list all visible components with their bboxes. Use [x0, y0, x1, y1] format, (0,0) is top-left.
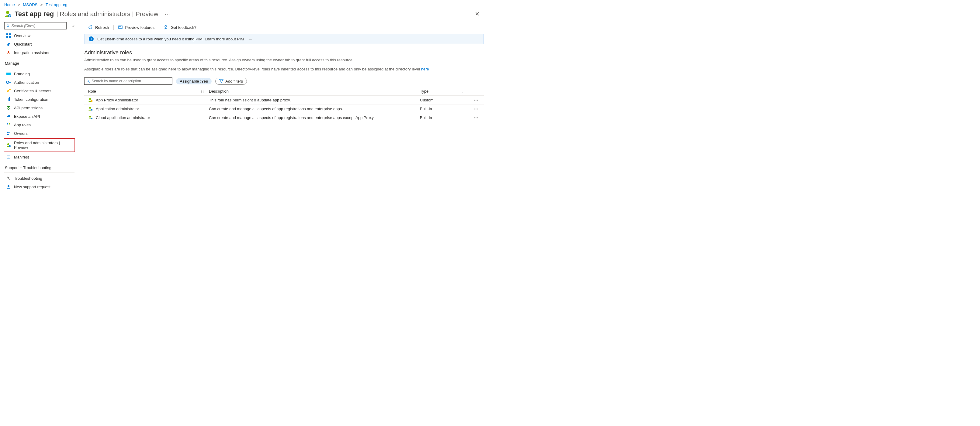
- nav-label: Roles and administrators | Preview: [14, 141, 73, 150]
- sidebar-item-app-roles[interactable]: App roles: [4, 120, 75, 129]
- info-banner[interactable]: i Get just-in-time access to a role when…: [84, 34, 484, 44]
- sidebar-search-input[interactable]: [11, 24, 64, 28]
- nav-label: Manifest: [14, 155, 29, 159]
- chevron-right-icon: >: [40, 2, 43, 7]
- role-search[interactable]: [84, 78, 172, 85]
- toolbar-label: Refresh: [95, 25, 109, 30]
- nav-group-support: Support + Troubleshooting: [4, 161, 75, 171]
- role-type: Built-in: [420, 116, 469, 120]
- nav-label: Integration assistant: [14, 51, 49, 55]
- sort-icon[interactable]: ↑↓: [200, 89, 204, 93]
- nav-label: Quickstart: [14, 42, 32, 46]
- svg-rect-32: [91, 109, 92, 111]
- manifest-icon: [6, 155, 11, 159]
- nav-label: Certificates & secrets: [14, 89, 51, 93]
- breadcrumb-org[interactable]: MSODS: [23, 2, 38, 7]
- chevron-right-icon: >: [18, 2, 20, 7]
- row-actions-icon[interactable]: ⋯: [469, 106, 484, 111]
- table-row[interactable]: Application administrator Can create and…: [84, 105, 484, 113]
- role-icon: [88, 97, 93, 102]
- nav-label: API permissions: [14, 106, 43, 110]
- table-row[interactable]: App Proxy Administrator This role has pe…: [84, 96, 484, 105]
- sidebar-item-manifest[interactable]: Manifest: [4, 153, 75, 161]
- add-filters-button[interactable]: Add filters: [215, 78, 247, 85]
- preview-features-button[interactable]: Preview features: [115, 24, 158, 31]
- branding-icon: [6, 71, 11, 76]
- sort-icon[interactable]: ↑↓: [460, 89, 464, 93]
- nav-label: New support request: [14, 185, 51, 189]
- app-registration-icon: [4, 10, 11, 17]
- collapse-sidebar-icon[interactable]: «: [70, 24, 75, 28]
- app-roles-icon: [6, 122, 11, 127]
- svg-point-29: [89, 98, 91, 100]
- table-row[interactable]: Cloud application administrator Can crea…: [84, 113, 484, 122]
- svg-point-22: [8, 185, 10, 187]
- svg-rect-23: [119, 26, 122, 29]
- sidebar-item-expose-api[interactable]: Expose an API: [4, 112, 75, 120]
- overview-icon: [6, 33, 11, 38]
- role-name[interactable]: App Proxy Administrator: [96, 98, 138, 102]
- svg-rect-6: [6, 36, 8, 38]
- sidebar-item-roles-administrators[interactable]: Roles and administrators | Preview: [4, 138, 75, 152]
- svg-rect-30: [91, 100, 92, 102]
- expose-api-icon: [6, 114, 11, 119]
- filter-icon: [219, 79, 223, 83]
- svg-rect-5: [9, 33, 11, 35]
- svg-point-2: [7, 25, 9, 27]
- column-role[interactable]: Role: [88, 89, 96, 93]
- breadcrumb-app[interactable]: Test app reg: [46, 2, 67, 7]
- sidebar-search[interactable]: [4, 22, 67, 30]
- roles-admin-icon: [6, 143, 11, 147]
- svg-rect-34: [91, 118, 92, 119]
- role-description: Can create and manage all aspects of app…: [209, 116, 420, 120]
- breadcrumb-home[interactable]: Home: [4, 2, 15, 7]
- role-name[interactable]: Cloud application administrator: [96, 116, 150, 120]
- page-subtitle: | Roles and administrators | Preview: [56, 10, 158, 17]
- column-description[interactable]: Description: [209, 89, 229, 93]
- close-icon[interactable]: ✕: [475, 11, 479, 17]
- here-link[interactable]: here: [421, 67, 429, 71]
- nav-group-manage: Manage: [4, 57, 75, 67]
- svg-rect-4: [6, 33, 8, 35]
- sidebar-item-integration-assistant[interactable]: Integration assistant: [4, 48, 75, 57]
- column-type[interactable]: Type: [420, 89, 428, 93]
- sidebar-item-overview[interactable]: Overview: [4, 31, 75, 40]
- sidebar-item-branding[interactable]: Branding: [4, 70, 75, 78]
- page-title: Test app reg: [14, 10, 54, 18]
- sidebar-item-owners[interactable]: Owners: [4, 129, 75, 138]
- owners-icon: [6, 131, 11, 136]
- svg-line-28: [89, 82, 90, 82]
- sidebar-item-quickstart[interactable]: Quickstart: [4, 40, 75, 48]
- row-actions-icon[interactable]: ⋯: [469, 116, 484, 120]
- toolbar-label: Got feedback?: [170, 25, 196, 30]
- table-header: Role ↑↓ Description Type ↑↓: [84, 87, 484, 96]
- banner-text: Get just-in-time access to a role when y…: [97, 37, 244, 41]
- nav-label: Expose an API: [14, 114, 40, 119]
- sidebar-item-certificates-secrets[interactable]: Certificates & secrets: [4, 87, 75, 95]
- breadcrumb: Home > MSODS > Test app reg: [0, 0, 490, 10]
- sidebar-item-troubleshooting[interactable]: Troubleshooting: [4, 174, 75, 182]
- sidebar-item-token-configuration[interactable]: Token configuration: [4, 95, 75, 103]
- role-name[interactable]: Application administrator: [96, 106, 139, 111]
- row-actions-icon[interactable]: ⋯: [469, 98, 484, 102]
- svg-point-31: [89, 107, 91, 109]
- divider: [113, 25, 114, 30]
- feedback-button[interactable]: Got feedback?: [160, 24, 200, 31]
- svg-point-20: [9, 145, 11, 147]
- sidebar-item-authentication[interactable]: Authentication: [4, 78, 75, 87]
- role-icon: [88, 115, 93, 120]
- role-search-input[interactable]: [92, 79, 170, 83]
- svg-point-17: [7, 132, 9, 133]
- section-heading: Administrative roles: [84, 44, 490, 57]
- role-description: Can create and manage all aspects of app…: [209, 106, 420, 111]
- svg-point-15: [7, 123, 8, 125]
- toolbar-label: Preview features: [125, 25, 155, 30]
- sidebar-item-new-support-request[interactable]: New support request: [4, 182, 75, 191]
- more-icon[interactable]: ⋯: [164, 11, 170, 17]
- svg-rect-12: [8, 98, 8, 101]
- refresh-button[interactable]: Refresh: [84, 24, 113, 31]
- role-description: This role has permissiont o aupdate app …: [209, 98, 420, 102]
- add-filters-label: Add filters: [225, 79, 243, 84]
- filter-assignable[interactable]: Assignable : Yes: [176, 78, 212, 84]
- sidebar-item-api-permissions[interactable]: API permissions: [4, 103, 75, 112]
